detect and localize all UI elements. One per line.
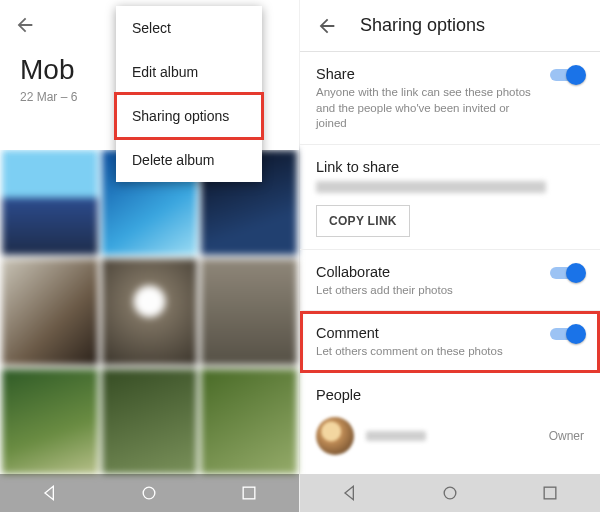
collaborate-label: Collaborate: [316, 264, 584, 280]
collaborate-section: Collaborate Let others add their photos: [300, 250, 600, 312]
android-navbar-left: [0, 474, 299, 512]
collaborate-desc: Let others add their photos: [316, 283, 584, 299]
android-navbar-right: [300, 474, 600, 512]
sharing-options-screen: Sharing options Share Anyone with the li…: [300, 0, 600, 512]
back-icon[interactable]: [14, 14, 36, 36]
menu-item-select[interactable]: Select: [116, 6, 262, 50]
nav-recent-icon[interactable]: [239, 483, 259, 503]
menu-item-sharing-options[interactable]: Sharing options: [116, 94, 262, 138]
photo-thumbnail[interactable]: [102, 259, 198, 364]
avatar[interactable]: [316, 417, 354, 455]
album-screen: Mob 22 Mar – 6 Select Edit album Sharing…: [0, 0, 300, 512]
overflow-menu: Select Edit album Sharing options Delete…: [116, 6, 262, 182]
copy-link-button[interactable]: COPY LINK: [316, 205, 410, 237]
photo-thumbnail[interactable]: [2, 259, 98, 364]
collaborate-toggle[interactable]: [550, 264, 584, 282]
person-name: [366, 431, 426, 441]
page-title: Sharing options: [360, 15, 485, 36]
nav-home-icon[interactable]: [440, 483, 460, 503]
share-toggle[interactable]: [550, 66, 584, 84]
comment-toggle[interactable]: [550, 325, 584, 343]
svg-rect-1: [243, 487, 255, 499]
link-label: Link to share: [316, 159, 584, 175]
owner-label: Owner: [549, 429, 584, 443]
nav-back-icon[interactable]: [40, 483, 60, 503]
photo-thumbnail[interactable]: [2, 369, 98, 474]
menu-item-delete-album[interactable]: Delete album: [116, 138, 262, 182]
comment-section: Comment Let others comment on these phot…: [300, 311, 600, 373]
svg-rect-3: [544, 487, 556, 499]
svg-point-0: [144, 487, 156, 499]
comment-desc: Let others comment on these photos: [316, 344, 584, 360]
photo-thumbnail[interactable]: [102, 369, 198, 474]
nav-back-icon[interactable]: [340, 483, 360, 503]
photo-thumbnail[interactable]: [201, 259, 297, 364]
photo-grid: [0, 150, 299, 474]
people-label: People: [316, 387, 584, 403]
svg-point-2: [444, 487, 456, 499]
photo-thumbnail[interactable]: [201, 369, 297, 474]
people-row: Owner: [300, 407, 600, 471]
nav-home-icon[interactable]: [139, 483, 159, 503]
people-section: People: [300, 373, 600, 407]
link-section: Link to share COPY LINK: [300, 145, 600, 250]
menu-item-edit-album[interactable]: Edit album: [116, 50, 262, 94]
right-topbar: Sharing options: [300, 0, 600, 52]
nav-recent-icon[interactable]: [540, 483, 560, 503]
back-icon[interactable]: [316, 15, 338, 37]
share-section: Share Anyone with the link can see these…: [300, 52, 600, 145]
photo-thumbnail[interactable]: [2, 150, 98, 255]
share-label: Share: [316, 66, 584, 82]
share-desc: Anyone with the link can see these photo…: [316, 85, 584, 132]
comment-label: Comment: [316, 325, 584, 341]
share-link-value: [316, 181, 546, 193]
